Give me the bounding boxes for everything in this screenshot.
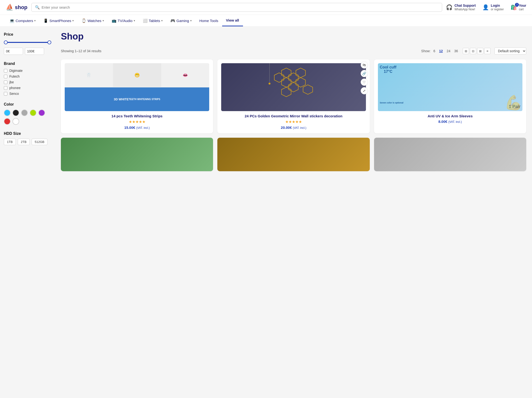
logo-icon: ⛵ — [6, 4, 13, 11]
price-section: Price — [4, 32, 51, 55]
show-24[interactable]: 24 — [446, 49, 451, 53]
color-swatch-black[interactable] — [13, 109, 19, 116]
brand-checkbox-futech[interactable] — [4, 75, 7, 78]
page-title: Shop — [61, 31, 526, 42]
hdd-size-list: 1TB 2TB 512GB — [4, 139, 51, 145]
brand-label-phonee: phonee — [9, 86, 21, 90]
nav-item-smartphones[interactable]: 📱 SmartPhones ▾ — [39, 15, 78, 26]
product-heart-btn-2[interactable]: ♡ — [361, 79, 368, 86]
product-card-bottom-1 — [61, 138, 213, 171]
show-6[interactable]: 6 — [432, 49, 436, 53]
product-img-1: 🦷 😬 👄 3D WHITETEETH WHITENING STRIPS — [65, 63, 209, 111]
svg-marker-6 — [296, 78, 305, 87]
logo[interactable]: ⛵ shop — [6, 4, 28, 11]
brand-item-digimate[interactable]: Digimate — [4, 69, 51, 73]
hdd-title: HDD Size — [4, 131, 51, 136]
chat-support-icon: 🎧 — [446, 4, 452, 11]
nav-label-smartphones: SmartPhones — [49, 19, 71, 23]
hdd-tag-1tb[interactable]: 1TB — [4, 139, 16, 145]
sort-select[interactable]: Default sorting — [494, 47, 526, 55]
svg-marker-4 — [289, 82, 298, 92]
product-stars-2: ★★★★★ — [285, 119, 302, 124]
grid-opt-list[interactable]: ≡ — [484, 48, 491, 54]
nav-label-viewall: View all — [226, 18, 239, 22]
product-expand-btn-2[interactable]: ⤢ — [361, 87, 368, 94]
chat-support-bot: WhatsApp Now! — [454, 8, 476, 11]
chat-support-text: Chat Support WhatsApp Now! — [454, 4, 476, 11]
nav-item-computers[interactable]: 💻 Computers ▾ — [6, 15, 39, 26]
brand-checkbox-phonee[interactable] — [4, 86, 7, 90]
brand-label-futech: Futech — [9, 75, 20, 78]
product-card-3: Cool cuff17°C Seven color is optional 1 … — [374, 59, 526, 133]
product-price-value-1: 15.00€ — [124, 125, 135, 130]
product-name-3: Anti UV & Ice Arm Sleeves — [428, 114, 473, 118]
cart-count: 3 — [515, 3, 519, 7]
hdd-tag-512gb[interactable]: 512GB — [32, 139, 47, 145]
chevron-watches: ▾ — [102, 19, 104, 22]
nav-item-tablets[interactable]: ⬜ Tablets ▾ — [139, 15, 167, 26]
price-inputs — [4, 48, 51, 55]
header-actions: 🎧 Chat Support WhatsApp Now! 👤 Login or … — [446, 4, 526, 11]
brand-checkbox-jbe[interactable] — [4, 81, 7, 84]
brand-list: Digimate Futech jbe phonee Senco — [4, 69, 51, 96]
color-swatch-gray[interactable] — [21, 109, 28, 116]
color-swatch-white[interactable] — [13, 118, 19, 125]
price-min-input[interactable] — [4, 48, 23, 55]
computers-icon: 💻 — [10, 19, 14, 23]
nav-item-tvaudio[interactable]: 📺 TV/Audio ▾ — [108, 15, 139, 26]
login-action[interactable]: 👤 Login or register — [482, 4, 504, 11]
product-price-1: 15.00€ (VAT. incl.) — [124, 125, 150, 130]
brand-checkbox-digimate[interactable] — [4, 69, 7, 73]
chat-support-top: Chat Support — [454, 4, 476, 8]
price-slider-track[interactable] — [4, 42, 51, 43]
search-icon: 🔍 — [35, 5, 40, 10]
color-swatch-lightblue[interactable] — [4, 109, 11, 116]
nav-label-hometools: Home Tools — [199, 19, 218, 23]
search-input[interactable] — [42, 5, 439, 9]
price-max-input[interactable] — [25, 48, 44, 55]
product-card-bottom-2 — [217, 138, 369, 171]
grid-opt-3col[interactable]: ⊞ — [463, 48, 469, 54]
chevron-smartphones: ▾ — [72, 19, 74, 22]
product-stars-1: ★★★★★ — [129, 119, 146, 124]
teeth-collage: 🦷 😬 👄 3D WHITETEETH WHITENING STRIPS — [65, 63, 209, 111]
search-bar[interactable]: 🔍 — [32, 3, 442, 12]
color-swatch-purple[interactable] — [38, 109, 45, 116]
results-bar: Showing 1–12 of 34 results Show: 6 12 24… — [61, 47, 526, 55]
product-grid: 🦷 😬 👄 3D WHITETEETH WHITENING STRIPS 14 … — [61, 59, 526, 133]
show-36[interactable]: 36 — [453, 49, 459, 53]
cart-action[interactable]: 🛍️ 3 Your cart — [510, 4, 526, 11]
nav-item-hometools[interactable]: Home Tools — [196, 15, 222, 26]
product-price-3: 8.00€ (VAT. incl.) — [438, 119, 462, 124]
hdd-tag-2tb[interactable]: 2TB — [18, 139, 30, 145]
nav-item-gaming[interactable]: 🎮 Gaming ▾ — [166, 15, 196, 26]
svg-marker-5 — [274, 73, 284, 82]
show-12[interactable]: 12 — [438, 49, 444, 53]
slider-thumb-right[interactable] — [47, 40, 51, 44]
product-link-btn-2[interactable]: 🔗 — [361, 70, 368, 77]
teeth-top-row: 🦷 😬 👄 — [65, 63, 209, 87]
slider-thumb-left[interactable] — [4, 40, 8, 44]
product-card-bottom-3 — [374, 138, 526, 171]
color-swatch-red[interactable] — [4, 118, 11, 125]
brand-item-futech[interactable]: Futech — [4, 75, 51, 78]
svg-marker-2 — [282, 78, 291, 87]
nav-item-viewall[interactable]: View all — [222, 15, 243, 26]
brand-item-jbe[interactable]: jbe — [4, 80, 51, 84]
price-title: Price — [4, 32, 51, 37]
brand-checkbox-senco[interactable] — [4, 92, 7, 96]
nav-item-watches[interactable]: ⌚ Watches ▾ — [78, 15, 108, 26]
brand-item-phonee[interactable]: phonee — [4, 86, 51, 90]
svg-marker-3 — [296, 68, 305, 78]
product-bag-btn-2[interactable]: 🛍 — [361, 61, 368, 68]
svg-marker-1 — [289, 73, 298, 82]
svg-marker-7 — [282, 87, 291, 97]
logo-text: shop — [15, 4, 28, 11]
color-swatch-lime[interactable] — [30, 109, 36, 116]
brand-item-senco[interactable]: Senco — [4, 92, 51, 96]
chat-support-action[interactable]: 🎧 Chat Support WhatsApp Now! — [446, 4, 476, 11]
page: Price Brand Digimate — [0, 27, 532, 398]
color-section: Color — [4, 102, 51, 125]
grid-opt-2col[interactable]: ⊟ — [470, 48, 476, 54]
grid-opt-4col[interactable]: ⊠ — [477, 48, 483, 54]
